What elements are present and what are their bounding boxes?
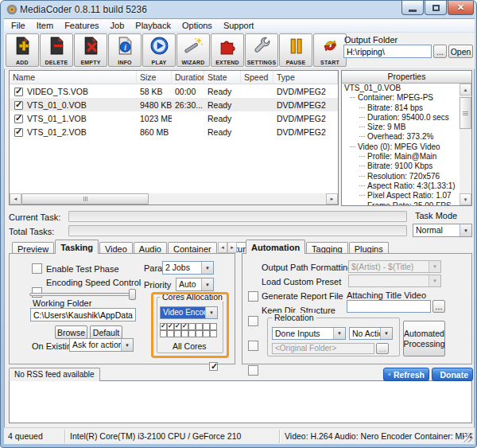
output-path-checkbox[interactable] [248,291,258,302]
start-button[interactable]: START [313,33,347,67]
settings-button[interactable]: SETTINGS [245,33,278,67]
core-checkbox[interactable] [160,330,167,337]
scroll-down-icon[interactable]: ▼ [460,193,471,205]
menu-item-playback[interactable]: Playback [130,20,176,31]
load-preset-checkbox[interactable] [248,316,258,326]
attach-title-browse-button[interactable]: ... [432,300,445,313]
column-header-speed[interactable]: Speed [241,71,273,84]
property-item[interactable]: Resolution: 720x576 [342,172,460,181]
keep-dir-checkbox[interactable] [248,365,258,376]
core-checkbox[interactable] [181,330,188,337]
horizontal-scrollbar[interactable]: ◄ ► [10,193,338,205]
extend-button[interactable]: EXTEND [211,33,244,67]
vertical-scrollbar[interactable]: ▲ ▼ [460,84,471,205]
output-folder-browse-button[interactable]: ... [433,45,447,58]
core-checkbox[interactable] [196,323,203,330]
core-checkbox[interactable] [167,330,174,337]
core-checkbox[interactable] [188,330,196,337]
output-folder-open-button[interactable]: Open [448,45,473,58]
enable-test-phase-checkbox[interactable] [32,263,42,274]
browse-button[interactable]: Browse [55,325,87,339]
cores-module-select[interactable]: Video Encoder▼ [160,306,218,319]
tab-plugins[interactable]: Plugins [349,242,389,254]
pause-button[interactable]: PAUSE [279,33,312,67]
property-item[interactable]: Bitrate: 814 bps [342,103,460,113]
menu-item-features[interactable]: Features [59,20,104,31]
slider-handle[interactable] [129,289,136,300]
tab-scroll-left-icon[interactable]: ◄ [218,242,227,253]
table-row[interactable]: VTS_01_0.VOB9480 KB26:30...ReadyDVD/MPEG… [10,98,338,111]
property-item[interactable]: Pixel Aspect Ratio: 1.07 [342,191,460,201]
donate-button[interactable]: Donate [432,368,473,381]
menu-item-job[interactable]: Job [105,20,130,31]
core-checkbox[interactable] [174,323,181,330]
default-button[interactable]: Default [90,325,122,339]
core-checkbox[interactable] [210,323,217,330]
scrollbar-thumb[interactable] [460,97,471,129]
row-checkbox[interactable] [14,115,23,123]
core-checkbox[interactable] [203,330,210,337]
row-checkbox[interactable] [14,128,23,137]
priority-select[interactable]: Auto▼ [176,278,214,291]
tab-audio[interactable]: Audio [134,242,167,254]
property-item[interactable]: Video (0): MPEG Video [342,142,460,152]
generate-report-checkbox[interactable] [248,341,258,351]
working-folder-input[interactable] [30,308,136,321]
scrollbar-thumb[interactable] [21,193,149,205]
core-checkbox[interactable] [174,330,181,337]
menu-item-file[interactable]: File [6,20,31,31]
output-folder-input[interactable] [343,45,432,58]
core-checkbox[interactable] [181,323,188,330]
tab-tagging[interactable]: Tagging [306,242,348,254]
close-button[interactable]: ✕ [448,1,474,15]
wizard-button[interactable]: WIZARD [176,33,210,67]
empty-button[interactable]: EMPTY [74,33,107,67]
menu-item-support[interactable]: Support [218,20,260,31]
table-row[interactable]: VIDEO_TS.VOB58 KB00:00ReadyDVD/MPEG2 [10,84,338,98]
relocation-input-select[interactable]: Done Inputs▼ [272,327,346,340]
refresh-button[interactable]: Refresh [383,368,429,381]
parallelize-select[interactable]: 2 Jobs▼ [162,261,214,275]
column-header-type[interactable]: Type [273,71,338,84]
property-item[interactable]: Container: MPEG-PS [342,93,460,103]
property-item[interactable]: Frame Rate: 25.00 FPS [342,201,460,205]
rss-tab[interactable]: No RSS feed available [9,368,100,381]
core-checkbox[interactable] [167,323,174,330]
table-row[interactable]: VTS_01_2.VOB860 MBReadyDVD/MPEG2 [10,125,338,138]
column-header-duration[interactable]: Duration [172,71,204,84]
on-existing-select[interactable]: Ask for action▼ [69,338,134,352]
core-checkbox[interactable] [210,330,217,337]
tab-preview[interactable]: Preview [12,242,54,254]
tab-automation[interactable]: Automation [246,240,305,254]
resize-grip[interactable] [463,433,473,442]
tab-container[interactable]: Container [168,242,217,254]
tab-video[interactable]: Video [99,242,133,254]
info-button[interactable]: iINFO [108,33,142,67]
core-checkbox[interactable] [203,323,210,330]
minimize-button[interactable] [401,1,424,15]
add-button[interactable]: ADD [6,33,39,67]
tab-scroll-right-icon[interactable]: ► [227,242,237,253]
property-item[interactable]: Profile: Main@Main [342,152,460,162]
properties-header[interactable]: Properties [342,71,471,84]
property-item[interactable]: Aspect Ratio: 4:3(1.33:1) [342,181,460,191]
automated-processing-button[interactable]: Automated Processing [403,321,445,356]
scroll-right-icon[interactable]: ► [326,193,338,205]
column-header-size[interactable]: Size [137,71,172,84]
table-row[interactable]: VTS_01_1.VOB1023 MBReadyDVD/MPEG2 [10,111,338,125]
delete-button[interactable]: DELETE [40,33,73,67]
attach-title-input[interactable] [347,300,431,313]
core-checkbox[interactable] [160,323,167,330]
property-item[interactable]: Bitrate: 9100 Kbps [342,162,460,171]
scroll-up-icon[interactable]: ▲ [460,84,471,95]
task-mode-select[interactable]: Normal▼ [413,224,472,237]
scroll-left-icon[interactable]: ◄ [10,193,21,205]
property-item[interactable]: Duration: 95400.0 secs [342,113,460,123]
column-header-state[interactable]: State [204,71,241,84]
play-button[interactable]: PLAY [142,33,176,67]
property-item[interactable]: VTS_01_0.VOB [342,84,460,93]
tab-tasking[interactable]: Tasking [55,240,99,254]
row-checkbox[interactable] [14,101,23,110]
menu-item-options[interactable]: Options [176,20,218,31]
row-checkbox[interactable] [14,88,23,96]
